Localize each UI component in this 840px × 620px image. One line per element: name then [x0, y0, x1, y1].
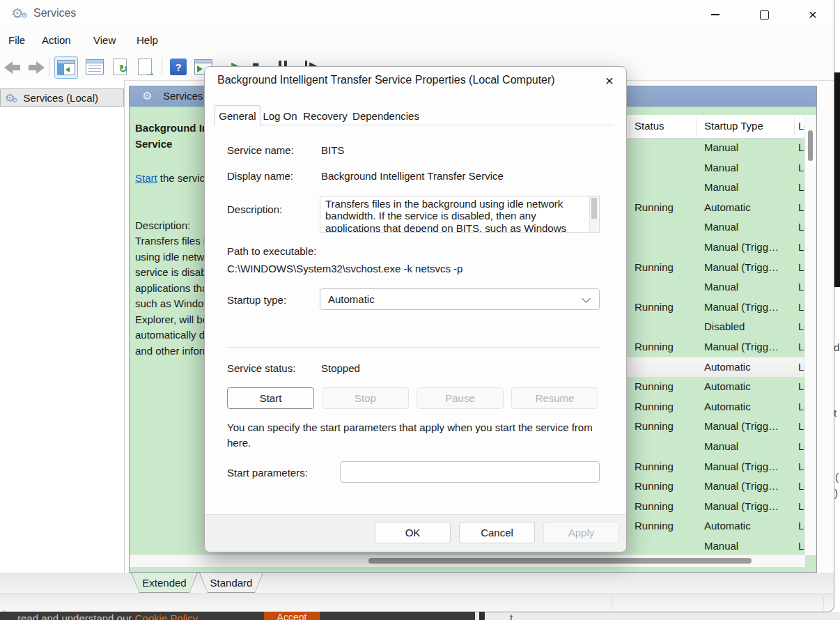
status-bar-separator — [823, 597, 824, 610]
display-name-value: Background Intelligent Transfer Service — [321, 170, 504, 182]
start-parameters-input[interactable] — [340, 461, 600, 483]
console-tree-panel: ⚙ ⚙ Services (Local) — [0, 80, 125, 591]
properties-icon — [86, 59, 104, 75]
tab-extended[interactable]: Extended — [131, 573, 198, 593]
service-status-value: Stopped — [321, 362, 360, 374]
column-separator — [794, 118, 795, 135]
export-list-button[interactable]: → — [134, 56, 156, 77]
help-button[interactable]: ? — [167, 56, 189, 77]
accept-button-label: Accept — [277, 612, 307, 620]
horizontal-scrollbar[interactable] — [130, 555, 805, 567]
properties-button[interactable] — [84, 56, 106, 77]
row-startup-type: Disabled — [704, 320, 797, 332]
tree-root-label: Services (Local) — [23, 92, 98, 104]
maximize-button[interactable] — [754, 6, 775, 24]
pause-button[interactable]: Pause — [417, 387, 504, 409]
startup-type-select[interactable]: Automatic — [320, 288, 600, 310]
vertical-scrollbar-thumb[interactable] — [808, 130, 813, 161]
back-button[interactable] — [4, 61, 22, 74]
row-startup-type: Manual — [704, 440, 797, 452]
stop-button[interactable]: Stop — [322, 387, 409, 409]
help-icon: ? — [170, 59, 187, 75]
tab-standard[interactable]: Standard — [199, 573, 263, 593]
background-text-fragment: ) — [834, 487, 838, 499]
description-scrollbar[interactable] — [589, 196, 599, 232]
sidebar-item-services-local[interactable]: ⚙ ⚙ Services (Local) — [0, 88, 124, 107]
background-text-fragment: ( — [835, 471, 839, 483]
startup-type-value: Automatic — [328, 293, 375, 305]
startup-type-label: Startup type: — [227, 294, 286, 306]
console-tree-icon — [57, 60, 75, 75]
back-arrow-icon — [4, 61, 13, 74]
window-title: Services — [33, 7, 76, 20]
accept-button[interactable]: Accept — [264, 612, 320, 620]
start-button[interactable]: Start — [227, 387, 314, 409]
forward-button[interactable] — [26, 61, 45, 74]
tab-standard-label: Standard — [210, 577, 253, 589]
refresh-icon: ↻ — [113, 59, 127, 75]
cookie-text: read and understand our — [17, 612, 134, 620]
column-startup-type[interactable]: Startup Type — [704, 120, 791, 132]
start-parameters-label: Start parameters: — [227, 467, 308, 479]
tab-recovery[interactable]: Recovery — [301, 107, 350, 125]
row-startup-type: Manual — [704, 141, 797, 153]
menu-action[interactable]: Action — [42, 34, 71, 46]
start-service-link[interactable]: Start — [135, 172, 157, 184]
menu-bar: File Action View Help — [0, 28, 834, 54]
toolbar-separator — [49, 58, 49, 76]
row-status: Running — [635, 261, 701, 273]
row-startup-type: Manual (Trigg… — [704, 301, 797, 313]
apply-button-label: Apply — [568, 527, 595, 538]
row-status: Running — [635, 460, 701, 472]
service-name-value: BITS — [321, 144, 344, 156]
path-value: C:\WINDOWS\System32\svchost.exe -k netsv… — [227, 263, 462, 274]
tab-log-on-label: Log On — [263, 110, 297, 122]
tab-general[interactable]: General — [215, 105, 260, 126]
cancel-button[interactable]: Cancel — [459, 522, 535, 543]
row-startup-type: Manual (Trigg… — [704, 241, 797, 253]
row-startup-type: Manual — [704, 540, 797, 552]
service-action-suffix: the service — [157, 172, 211, 184]
background-page-strip — [834, 72, 840, 287]
tab-strip-line — [215, 125, 613, 125]
row-startup-type: Manual (Trigg… — [704, 480, 797, 492]
refresh-button[interactable]: ↻ — [109, 56, 131, 77]
close-button[interactable]: × — [802, 6, 823, 24]
row-startup-type: Automatic — [704, 401, 797, 412]
column-status[interactable]: Status — [635, 120, 694, 132]
ok-button[interactable]: OK — [375, 522, 451, 543]
dialog-close-button[interactable]: × — [599, 71, 620, 91]
apply-button[interactable]: Apply — [543, 522, 619, 543]
resume-button[interactable]: Resume — [511, 387, 598, 409]
description-box[interactable]: Transfers files in the background using … — [320, 196, 600, 233]
background-page-bottom — [475, 612, 840, 620]
display-name-label: Display name: — [227, 170, 293, 182]
path-label: Path to executable: — [227, 245, 316, 257]
panel-gear-icon: ⚙ — [142, 89, 152, 102]
horizontal-scrollbar-thumb[interactable] — [368, 558, 752, 564]
status-bar — [0, 594, 834, 612]
description-scrollbar-thumb[interactable] — [591, 198, 597, 219]
forward-arrow-tail — [29, 65, 36, 70]
menu-view[interactable]: View — [93, 34, 116, 46]
row-startup-type: Manual (Trigg… — [704, 500, 797, 512]
maximize-icon — [760, 10, 769, 20]
menu-file[interactable]: File — [8, 34, 25, 46]
status-bar-separator — [612, 597, 612, 610]
dialog-footer: OK Cancel Apply — [205, 514, 626, 552]
service-name-label: Service name: — [227, 144, 294, 156]
vertical-scrollbar[interactable] — [804, 115, 816, 555]
menu-help[interactable]: Help — [137, 34, 158, 46]
column-separator — [696, 118, 697, 135]
description-label: Description: — [227, 203, 282, 215]
cancel-button-label: Cancel — [481, 527, 513, 538]
tab-log-on[interactable]: Log On — [260, 107, 300, 125]
tab-dependencies[interactable]: Dependencies — [350, 107, 421, 125]
cookie-policy-link[interactable]: Cookie Policy. — [134, 612, 200, 620]
service-status-label: Service status: — [227, 362, 295, 374]
row-startup-type: Manual — [704, 162, 797, 173]
toolbar-separator — [162, 58, 162, 76]
minimize-button[interactable] — [705, 6, 726, 24]
show-console-tree-button[interactable] — [54, 56, 78, 79]
row-status: Running — [635, 201, 701, 213]
